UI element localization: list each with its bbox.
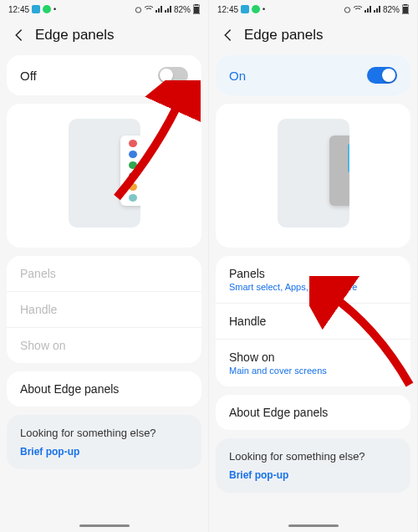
master-toggle-card: Off — [7, 55, 201, 95]
footer-question: Looking for something else? — [20, 427, 188, 439]
panels-row[interactable]: Panels Smart select, Apps, and 3 more — [216, 256, 410, 304]
wifi-icon — [354, 6, 362, 13]
about-card[interactable]: About Edge panels — [216, 395, 410, 430]
handle-row[interactable]: Handle — [216, 304, 410, 340]
svg-rect-0 — [32, 5, 40, 13]
showon-sub: Main and cover screens — [229, 366, 397, 376]
footer-box: Looking for something else? Brief pop-up — [216, 438, 410, 493]
brief-popup-link[interactable]: Brief pop-up — [20, 446, 188, 458]
gallery-icon — [241, 5, 249, 13]
about-label: About Edge panels — [229, 406, 397, 419]
battery-icon — [402, 4, 409, 14]
status-bar: 12:45 • 82% — [0, 0, 208, 18]
master-label: On — [229, 69, 246, 83]
master-toggle[interactable] — [158, 67, 188, 84]
about-card[interactable]: About Edge panels — [7, 371, 201, 407]
svg-point-1 — [43, 5, 51, 13]
signal-icon-2 — [374, 6, 380, 13]
showon-row[interactable]: Show on Main and cover screens — [216, 340, 410, 386]
status-time: 12:45 — [8, 5, 29, 14]
preview-side-panel — [120, 136, 140, 206]
preview-panel — [278, 119, 349, 228]
master-toggle-card: On — [216, 55, 410, 95]
more-icon: • — [54, 5, 56, 13]
status-bar: 12:45 • 82% — [209, 0, 417, 18]
status-battery: 82% — [174, 5, 191, 14]
svg-point-8 — [344, 7, 349, 12]
showon-row: Show on — [7, 328, 201, 363]
svg-rect-11 — [403, 7, 408, 13]
signal-icon — [155, 6, 162, 13]
battery-icon — [193, 4, 200, 14]
handle-row: Handle — [7, 292, 201, 328]
whatsapp-icon — [252, 5, 260, 13]
whatsapp-icon — [43, 5, 51, 13]
panels-sub: Smart select, Apps, and 3 more — [229, 282, 397, 292]
svg-rect-4 — [195, 4, 198, 6]
back-icon[interactable] — [221, 28, 236, 43]
brief-popup-link[interactable]: Brief pop-up — [229, 469, 397, 481]
preview-handle — [348, 144, 349, 172]
signal-icon-2 — [165, 6, 171, 13]
master-toggle[interactable] — [367, 67, 397, 84]
svg-point-7 — [252, 5, 260, 13]
master-label: Off — [20, 69, 37, 83]
svg-rect-5 — [194, 7, 199, 13]
page-title: Edge panels — [35, 27, 115, 43]
screen-left: 12:45 • 82% Edge panels Off — [0, 0, 209, 532]
alarm-icon — [135, 6, 142, 13]
master-toggle-row[interactable]: Off — [7, 55, 201, 95]
header: Edge panels — [209, 18, 417, 55]
svg-point-2 — [135, 7, 140, 12]
screen-right: 12:45 • 82% Edge panels On — [209, 0, 418, 532]
status-battery: 82% — [383, 5, 400, 14]
svg-rect-6 — [241, 5, 249, 13]
header: Edge panels — [0, 18, 208, 55]
preview-panel — [69, 119, 140, 228]
panels-row: Panels — [7, 256, 201, 292]
footer-box: Looking for something else? Brief pop-up — [7, 415, 201, 469]
preview-side-panel — [329, 136, 349, 206]
alarm-icon — [344, 6, 351, 13]
preview-card — [7, 104, 201, 248]
status-time: 12:45 — [217, 5, 238, 14]
wifi-icon — [145, 6, 153, 13]
nav-handle[interactable] — [288, 524, 339, 527]
svg-rect-10 — [404, 4, 407, 6]
preview-card — [216, 104, 410, 248]
more-icon: • — [263, 5, 265, 13]
back-icon[interactable] — [12, 28, 27, 43]
page-title: Edge panels — [244, 27, 324, 43]
options-card: Panels Handle Show on — [7, 256, 201, 363]
master-toggle-row[interactable]: On — [216, 55, 410, 95]
nav-handle[interactable] — [79, 524, 130, 527]
footer-question: Looking for something else? — [229, 450, 397, 463]
about-label: About Edge panels — [20, 382, 188, 396]
signal-icon — [364, 6, 371, 13]
options-card: Panels Smart select, Apps, and 3 more Ha… — [216, 256, 410, 386]
gallery-icon — [32, 5, 40, 13]
